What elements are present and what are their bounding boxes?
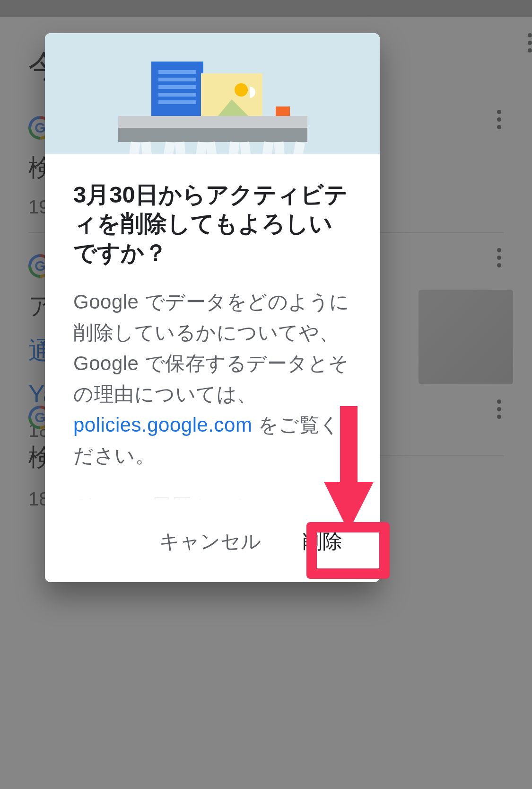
cancel-button[interactable]: キャンセル (153, 520, 268, 563)
delete-button[interactable]: 削除 (296, 520, 349, 563)
policies-link[interactable]: policies.google.com (73, 414, 252, 436)
dialog-paragraph-1: Google でデータをどのように削除しているかについてや、Google で保存… (73, 286, 351, 471)
shredder-illustration-icon (45, 33, 380, 154)
dialog-text-before-link: Google でデータをどのように削除しているかについてや、Google で保存… (73, 291, 350, 405)
svg-rect-3 (158, 78, 196, 81)
dialog-paragraph-2: Chrome 履歴やロケーション履歴などのような他の Google サービスから… (73, 491, 351, 510)
svg-rect-12 (118, 128, 307, 142)
dialog-content: 3月30日からアクティビティを削除してもよろしいですか？ Google でデータ… (45, 154, 380, 510)
svg-point-8 (235, 83, 248, 97)
dialog-actions: キャンセル 削除 (45, 510, 380, 582)
svg-rect-11 (118, 116, 307, 128)
delete-activity-dialog: 3月30日からアクティビティを削除してもよろしいですか？ Google でデータ… (45, 33, 380, 582)
svg-rect-6 (158, 100, 196, 104)
svg-rect-2 (158, 70, 196, 74)
dialog-title: 3月30日からアクティビティを削除してもよろしいですか？ (73, 180, 351, 267)
svg-rect-4 (158, 85, 196, 89)
svg-rect-10 (276, 106, 290, 116)
dialog-hero-illustration (45, 33, 380, 154)
svg-rect-5 (158, 93, 196, 97)
